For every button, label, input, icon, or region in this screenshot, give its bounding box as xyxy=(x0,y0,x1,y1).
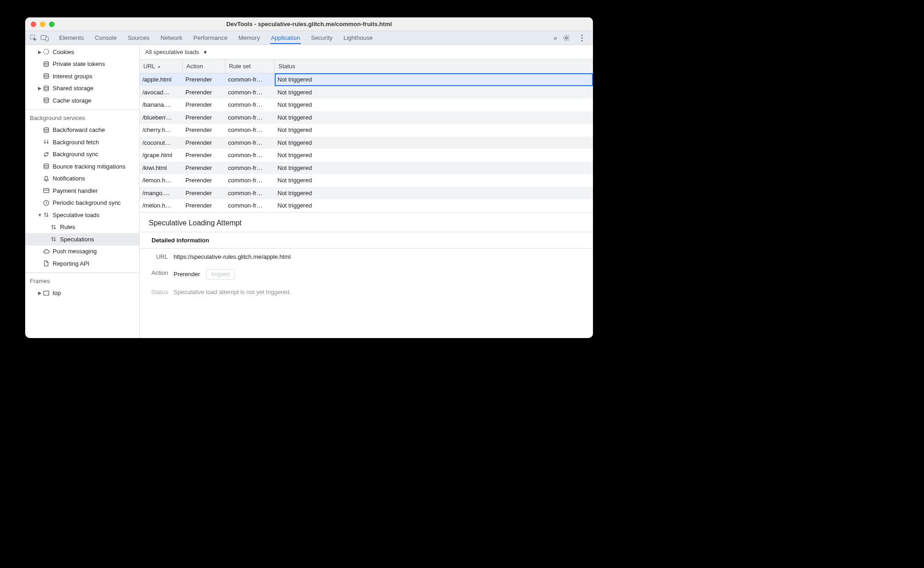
cell-status: Not triggered xyxy=(275,187,593,200)
sidebar-item-notifications[interactable]: Notifications xyxy=(25,173,139,185)
device-toggle-icon[interactable] xyxy=(40,33,49,43)
cell-action: Prerender xyxy=(183,73,225,86)
devtools-toolbar: ElementsConsoleSourcesNetworkPerformance… xyxy=(25,31,593,45)
tab-network[interactable]: Network xyxy=(160,32,184,44)
table-row[interactable]: /banana.…Prerendercommon-fr…Not triggere… xyxy=(140,98,593,111)
cell-action: Prerender xyxy=(183,111,225,124)
tab-lighthouse[interactable]: Lighthouse xyxy=(342,32,374,44)
sidebar-item-background-fetch[interactable]: Background fetch xyxy=(25,136,139,148)
sidebar-item-push-messaging[interactable]: Push messaging xyxy=(25,246,139,258)
tab-sources[interactable]: Sources xyxy=(127,32,151,44)
column-action[interactable]: Action xyxy=(183,60,225,73)
cell-action: Prerender xyxy=(183,162,225,175)
cell-url: /lemon.h… xyxy=(140,174,183,187)
sidebar-item-back-forward-cache[interactable]: Back/forward cache xyxy=(25,124,139,137)
sidebar-item-reporting-api[interactable]: Reporting API xyxy=(25,257,139,270)
sidebar-item-rules[interactable]: Rules xyxy=(25,221,139,234)
inspect-element-icon[interactable] xyxy=(29,33,38,43)
traffic-lights xyxy=(25,22,54,27)
sidebar-item-label: Reporting API xyxy=(53,260,89,267)
detail-action-value: Prerender Inspect xyxy=(174,269,235,279)
db-icon xyxy=(43,72,50,80)
tab-performance[interactable]: Performance xyxy=(192,32,228,44)
filter-bar[interactable]: All speculative loads ▼ xyxy=(140,45,593,60)
db-icon xyxy=(43,163,50,170)
svg-point-11 xyxy=(44,98,49,100)
minimize-window-button[interactable] xyxy=(40,22,45,27)
cell-status: Not triggered xyxy=(275,73,593,86)
settings-gear-icon[interactable] xyxy=(562,33,571,43)
sidebar-item-cookies[interactable]: ▶Cookies xyxy=(25,46,139,58)
sidebar-item-label: Cookies xyxy=(53,49,74,55)
table-row[interactable]: /lemon.h…Prerendercommon-fr…Not triggere… xyxy=(140,174,593,187)
chevron-icon: ▼ xyxy=(37,213,43,218)
tab-application[interactable]: Application xyxy=(270,32,301,44)
cell-ruleset: common-fr… xyxy=(225,199,275,212)
section-frames: Frames xyxy=(25,273,139,287)
table-row[interactable]: /mango.…Prerendercommon-fr…Not triggered xyxy=(140,187,593,200)
chevron-down-icon: ▼ xyxy=(203,49,208,55)
column-status[interactable]: Status xyxy=(275,60,593,73)
sidebar-item-periodic-background-sync[interactable]: Periodic background sync xyxy=(25,197,139,209)
chevron-icon: ▶ xyxy=(37,86,43,91)
sidebar-item-label: Bounce tracking mitigations xyxy=(53,163,125,170)
tab-console[interactable]: Console xyxy=(94,32,118,44)
tab-elements[interactable]: Elements xyxy=(58,32,85,44)
table-row[interactable]: /avocad…Prerendercommon-fr…Not triggered xyxy=(140,86,593,99)
chevron-icon: ▶ xyxy=(37,49,43,55)
maximize-window-button[interactable] xyxy=(49,22,54,27)
sidebar-item-label: Private state tokens xyxy=(53,60,105,67)
sort-asc-icon: ▲ xyxy=(157,64,161,69)
sidebar-item-label: Rules xyxy=(60,224,75,230)
sidebar-item-speculative-loads[interactable]: ▼Speculative loads xyxy=(25,209,139,221)
cell-ruleset: common-fr… xyxy=(225,149,275,162)
table-row[interactable]: /grape.htmlPrerendercommon-fr…Not trigge… xyxy=(140,149,593,162)
svg-point-13 xyxy=(44,164,49,166)
cell-ruleset: common-fr… xyxy=(225,111,275,124)
inspect-button[interactable]: Inspect xyxy=(206,269,234,279)
column-ruleset[interactable]: Rule set xyxy=(225,60,275,73)
bell-icon xyxy=(43,175,50,182)
detail-action-label: Action xyxy=(144,269,174,279)
arrows-updown-icon xyxy=(43,211,50,218)
cell-url: /apple.html xyxy=(140,73,183,86)
overflow-tabs-icon[interactable]: » xyxy=(551,33,560,43)
sidebar-item-private-state-tokens[interactable]: Private state tokens xyxy=(25,58,139,71)
svg-rect-16 xyxy=(44,291,49,295)
sidebar-item-speculations[interactable]: Speculations xyxy=(25,233,139,246)
svg-point-9 xyxy=(44,74,49,76)
table-row[interactable]: /blueberr…Prerendercommon-fr…Not trigger… xyxy=(140,111,593,124)
db-icon xyxy=(43,60,50,68)
sidebar-item-top[interactable]: ▶top xyxy=(25,287,139,300)
kebab-menu-icon[interactable] xyxy=(577,33,587,43)
tab-memory[interactable]: Memory xyxy=(238,32,261,44)
table-row[interactable]: /kiwi.htmlPrerendercommon-fr…Not trigger… xyxy=(140,162,593,175)
table-row[interactable]: /apple.htmlPrerendercommon-fr…Not trigge… xyxy=(140,73,593,86)
sidebar-item-shared-storage[interactable]: ▶Shared storage xyxy=(25,82,139,95)
svg-point-8 xyxy=(44,61,49,63)
window-title: DevTools - speculative-rules.glitch.me/c… xyxy=(25,21,593,27)
cell-ruleset: common-fr… xyxy=(225,73,275,86)
svg-point-3 xyxy=(565,37,567,38)
application-sidebar[interactable]: ▶CookiesPrivate state tokensInterest gro… xyxy=(25,45,140,338)
sidebar-item-cache-storage[interactable]: Cache storage xyxy=(25,94,139,107)
table-row[interactable]: /coconut…Prerendercommon-fr…Not triggere… xyxy=(140,137,593,149)
tab-security[interactable]: Security xyxy=(310,32,333,44)
sidebar-item-background-sync[interactable]: Background sync xyxy=(25,148,139,161)
arrows-down-icon xyxy=(43,138,50,146)
table-row[interactable]: /cherry.h…Prerendercommon-fr…Not trigger… xyxy=(140,124,593,137)
cell-url: /banana.… xyxy=(140,98,183,111)
arrows-updown-icon xyxy=(50,235,57,243)
close-window-button[interactable] xyxy=(31,22,36,27)
table-row[interactable]: /melon.h…Prerendercommon-fr…Not triggere… xyxy=(140,199,593,212)
cell-ruleset: common-fr… xyxy=(225,174,275,187)
sidebar-item-bounce-tracking-mitigations[interactable]: Bounce tracking mitigations xyxy=(25,160,139,173)
filter-label: All speculative loads xyxy=(145,49,199,55)
sync-icon xyxy=(43,151,50,158)
sidebar-item-label: Speculative loads xyxy=(53,212,99,218)
sidebar-item-interest-groups[interactable]: Interest groups xyxy=(25,70,139,82)
sidebar-item-payment-handler[interactable]: Payment handler xyxy=(25,185,139,197)
db-icon xyxy=(43,126,50,134)
column-url[interactable]: URL▲ xyxy=(140,60,183,73)
svg-point-7 xyxy=(44,49,49,55)
